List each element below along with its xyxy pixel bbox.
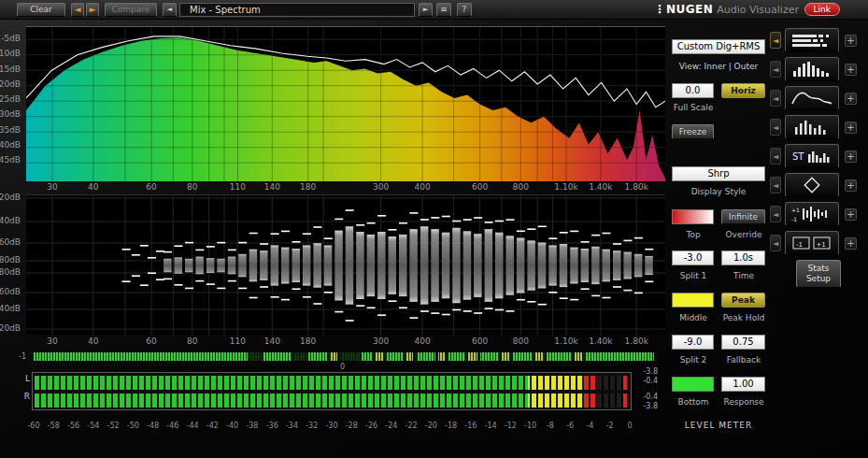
response-value[interactable]: 1.00 [721,377,765,392]
override-button[interactable]: Infinite [721,209,765,224]
view-add-button[interactable]: + [845,237,857,250]
corr-meter-icon: -1+1 [790,234,834,252]
correlation-segment [308,352,327,361]
meter-scale-label: -10 [524,422,536,430]
view-button-spectrum-bars[interactable] [785,57,839,81]
histogram-y-label: -80dB [0,267,21,277]
compare-button[interactable]: Compare [105,3,157,17]
split1-label: Split 1 [669,271,718,280]
level-meter[interactable] [32,372,632,410]
spectrum-y-axis: -5dB-10dB-15dB-20dB-25dB-30dB-35dB-40dB-… [0,26,24,180]
preset-list-icon[interactable]: ≡ [436,3,451,17]
meter-scale-label: -4 [586,422,593,430]
correlation-segment [448,352,466,361]
view-inner-outer-toggle[interactable]: View: Inner | Outer [669,62,768,71]
view-add-button[interactable]: + [845,150,857,163]
time-value[interactable]: 1.0s [721,250,765,265]
meter-scale-label: -32 [306,422,318,430]
help-button[interactable]: ? [457,3,472,17]
preset-next-icon[interactable]: ► [419,3,433,17]
fallback-value[interactable]: 0.75 [721,335,765,350]
correlation-segment [294,352,306,361]
meter-scale-label: -22 [406,422,418,430]
view-prev-arrow-icon[interactable]: ◄ [770,235,781,251]
histogram-y-label: -80dB [0,255,21,265]
meter-scale-label: -46 [166,422,178,430]
histogram-x-label: 400 [414,336,430,346]
peak-value: -0.4 [643,393,658,401]
full-scale-value[interactable]: 0.0 [672,83,714,98]
bottom-color-swatch[interactable] [672,377,714,392]
view-add-button[interactable]: + [845,179,857,192]
view-button-level-meter[interactable] [785,28,839,52]
peak-value: -3.8 [643,367,658,376]
view-button-vectorscope[interactable] [785,173,839,197]
top-color-swatch[interactable] [672,209,714,224]
corr-hist-icon: +1-1 [790,205,834,223]
meter-scale-label: -20 [425,422,437,430]
horiz-button[interactable]: Horiz [721,83,765,98]
preset-select[interactable]: Mix - Spectrum [179,3,415,17]
meter-scale-label: -30 [325,422,337,430]
view-add-button[interactable]: + [845,93,857,105]
view-button-spectrum-small[interactable] [785,115,839,139]
meter-scale-label: -50 [127,422,139,430]
meter-row-r[interactable] [35,394,629,408]
view-add-button[interactable]: + [845,122,857,134]
meter-scale-label: -40 [226,422,238,430]
view-button-spectrum-line[interactable] [785,86,839,110]
bars-icon [790,60,834,79]
peak-hold-button[interactable]: Peak [721,293,765,308]
spectrum-display[interactable] [26,26,665,180]
view-prev-arrow-icon[interactable]: ◄ [770,206,781,222]
view-prev-arrow-icon[interactable]: ◄ [770,32,781,49]
channel-label: R [19,392,30,401]
svg-text:-1: -1 [796,241,803,249]
correlation-strip[interactable] [34,352,654,361]
meter-scale-label: -18 [445,422,457,430]
bottom-label: Bottom [669,397,718,407]
link-button[interactable]: Link [804,3,840,16]
meter-scale-label: -2 [606,422,614,430]
meter-row-l[interactable] [35,376,629,390]
middle-color-swatch[interactable] [672,293,714,308]
histogram-x-label: 40 [88,336,98,346]
correlation-segment [387,352,403,361]
correlation-segment [406,352,413,361]
display-style-select[interactable]: Shrp [672,166,765,181]
freeze-button[interactable]: Freeze [672,124,714,139]
spectrum-y-label: -40dB [0,140,21,150]
view-button-correlation-meter[interactable]: -1+1 [785,231,839,255]
meter-mode-select[interactable]: Custom Dig+RMS [672,39,765,54]
meter-scale-label: -24 [385,422,397,430]
view-button-stereo-spectrum[interactable]: ST [785,144,839,168]
view-button-correlation-history[interactable]: +1-1 [785,202,839,226]
correlation-segment [468,352,477,361]
view-prev-arrow-icon[interactable]: ◄ [770,148,781,165]
histogram-x-label: 80 [187,336,197,346]
histogram-display[interactable] [26,194,665,335]
view-add-button[interactable]: + [845,64,857,76]
view-prev-arrow-icon[interactable]: ◄ [770,119,781,136]
view-prev-arrow-icon[interactable]: ◄ [770,177,781,193]
history-back-icon[interactable]: ◄ [71,3,84,17]
st-bars-icon: ST [790,147,834,165]
spectrum-y-label: -20dB [0,79,21,89]
spectrum-y-label: -45dB [0,155,21,165]
history-forward-icon[interactable]: ► [86,3,99,17]
stats-setup-button[interactable]: Stats Setup [796,260,841,288]
view-add-button[interactable]: + [845,35,857,47]
view-prev-arrow-icon[interactable]: ◄ [770,90,781,107]
split1-value[interactable]: -3.0 [672,250,714,265]
view-add-button[interactable]: + [845,208,857,221]
full-scale-label: Full Scale [669,103,718,112]
correlation-segment [250,352,262,361]
view-row-spectrum-bars: ◄+ [768,57,868,81]
correlation-segment [362,352,373,361]
split2-value[interactable]: -9.0 [672,335,714,350]
preset-prev-icon[interactable]: ◄ [163,3,177,17]
histogram-y-label: -60dB [0,237,21,247]
clear-button[interactable]: Clear [17,3,65,17]
histogram-x-label: 300 [373,336,389,346]
view-prev-arrow-icon[interactable]: ◄ [770,61,781,78]
